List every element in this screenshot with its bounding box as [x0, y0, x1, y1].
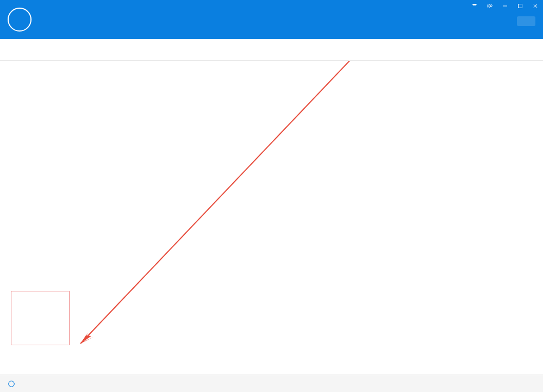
svg-rect-0: [503, 6, 507, 7]
annotation-arrow: [0, 61, 543, 375]
svg-marker-3: [80, 333, 93, 344]
app-header: [0, 0, 543, 39]
theme-icon[interactable]: [467, 0, 482, 12]
logo-icon: [8, 8, 32, 32]
download-center-button[interactable]: [517, 16, 535, 26]
block-itunes-toggle[interactable]: [8, 380, 18, 388]
settings-icon[interactable]: [482, 0, 497, 12]
minimize-icon[interactable]: [497, 0, 513, 12]
close-icon[interactable]: [528, 0, 543, 12]
svg-line-2: [80, 61, 380, 344]
window-controls: [467, 0, 543, 12]
svg-marker-4: [80, 335, 91, 344]
highlight-box-fakegps: [11, 291, 70, 345]
toolbox-area: [0, 61, 543, 375]
maximize-icon[interactable]: [513, 0, 528, 12]
status-bar: [0, 375, 543, 392]
svg-point-5: [9, 381, 15, 387]
logo: [8, 8, 36, 32]
svg-rect-1: [519, 4, 522, 8]
device-tabs: [0, 39, 543, 61]
